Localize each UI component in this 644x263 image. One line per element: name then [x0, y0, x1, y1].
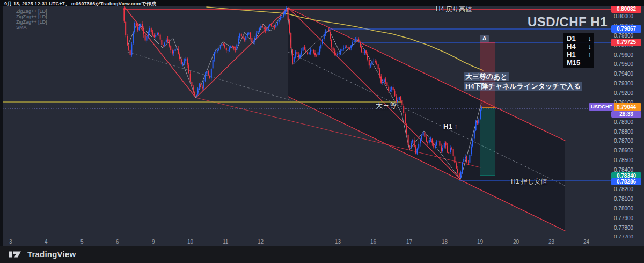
- time-tick: 23: [548, 239, 554, 245]
- candle-body: [390, 90, 391, 91]
- price-label-0-79867: 0.79867: [611, 25, 641, 33]
- time-tick: 19: [477, 239, 483, 245]
- candle-body: [181, 59, 182, 64]
- tf-label: D1: [567, 34, 576, 42]
- candle-body: [416, 149, 418, 154]
- candle-body: [376, 63, 377, 64]
- price-tick: 0.79800: [614, 33, 633, 39]
- candle-body: [266, 29, 267, 31]
- candle-body: [283, 14, 284, 17]
- legend-item[interactable]: ZigZag++ [LD]: [16, 14, 47, 19]
- candle-body: [475, 122, 477, 130]
- candle-body: [360, 42, 361, 47]
- tf-row-m15: M15: [564, 59, 594, 67]
- candle-body: [414, 140, 415, 147]
- candle-body: [429, 140, 430, 143]
- candle-body: [247, 33, 248, 36]
- time-tick: 17: [406, 239, 412, 245]
- indicator-legend[interactable]: ZigZag++ [LD]ZigZag++ [LD]ZigZag++ [LD]S…: [16, 9, 47, 30]
- candle-body: [193, 87, 194, 92]
- candle-body: [260, 26, 261, 28]
- candle-body: [393, 87, 394, 90]
- candle-body: [304, 47, 305, 49]
- candle-body: [426, 137, 427, 142]
- candle-body: [202, 87, 203, 89]
- price-tick: 0.78800: [614, 129, 633, 135]
- candle-body: [274, 27, 275, 28]
- candle-body: [459, 173, 460, 177]
- candle-body: [296, 52, 297, 54]
- candle-body: [469, 155, 470, 163]
- candle-body: [399, 97, 400, 100]
- candle-body: [241, 34, 242, 36]
- candle-body: [361, 47, 362, 52]
- candle-body: [333, 47, 334, 50]
- time-axis[interactable]: 345691011121316171819202324: [0, 238, 644, 246]
- candle-body: [403, 106, 404, 113]
- candle-body: [418, 144, 419, 149]
- up-arrow-icon: ↑: [588, 50, 592, 59]
- candle-body: [123, 8, 125, 21]
- candle-body: [277, 22, 278, 25]
- candle-body: [364, 51, 365, 53]
- candle-body: [322, 39, 323, 44]
- candle-body: [244, 39, 245, 40]
- candle-body: [363, 53, 364, 53]
- time-tick: 24: [583, 239, 589, 245]
- candle-body: [331, 40, 332, 47]
- price-label-0-79044: 0.79044: [611, 103, 641, 111]
- candle-body: [318, 52, 319, 55]
- candle-body: [136, 23, 137, 26]
- candle-body: [152, 32, 153, 35]
- time-tick: 20: [513, 239, 519, 245]
- candle-body: [224, 45, 225, 47]
- candle-body: [448, 152, 449, 153]
- candle-body: [412, 140, 413, 142]
- candle-body: [385, 79, 386, 82]
- candle-body: [155, 35, 156, 37]
- candle-body: [220, 46, 221, 48]
- candle-body: [435, 145, 436, 148]
- candle-body: [273, 26, 274, 27]
- time-tick: 16: [370, 239, 376, 245]
- legend-item[interactable]: ZigZag++ [LD]: [16, 19, 47, 25]
- candle-body: [405, 114, 406, 123]
- candle-body: [358, 39, 359, 42]
- candle-body: [471, 147, 472, 155]
- legend-item[interactable]: ZigZag++ [LD]: [16, 9, 47, 14]
- candle-body: [148, 32, 149, 36]
- candle-body: [456, 163, 457, 168]
- price-tick: 0.78100: [614, 196, 633, 202]
- candle-body: [466, 157, 467, 162]
- candle-body: [478, 119, 479, 123]
- candle-body: [239, 34, 240, 38]
- time-tick: 3: [9, 239, 12, 245]
- candle-body: [436, 142, 437, 145]
- price-axis[interactable]: 0.800000.799000.798000.797000.796000.795…: [611, 6, 644, 238]
- candle-body: [346, 47, 347, 47]
- timeframe-direction-panel: D1↓H4↓H1↑M15: [564, 33, 594, 68]
- candle-body: [235, 48, 236, 50]
- candle-body: [130, 50, 131, 55]
- candle-body: [258, 31, 259, 33]
- candle-body: [197, 88, 199, 94]
- candle-body: [382, 82, 383, 83]
- candle-body: [142, 24, 143, 29]
- candle-body: [188, 65, 189, 73]
- candle-body: [371, 61, 372, 65]
- position-marker-a[interactable]: A: [480, 35, 489, 42]
- trade-plan-note: 大三尊のあと H4下降チャネルラインタッチで入る: [464, 71, 582, 91]
- price-tick: 0.79400: [614, 71, 633, 77]
- candle-body: [474, 130, 475, 138]
- candle-body: [243, 36, 244, 39]
- time-tick: 10: [187, 239, 193, 245]
- down-arrow-icon: ↓: [588, 34, 592, 42]
- candle-body: [286, 8, 287, 11]
- candle-body: [314, 53, 316, 55]
- price-chart-canvas[interactable]: [0, 0, 644, 263]
- candle-body: [138, 27, 140, 30]
- legend-item[interactable]: SMA: [16, 25, 47, 30]
- candle-body: [279, 20, 280, 22]
- tf-label: H1: [567, 50, 576, 59]
- candle-body: [335, 53, 336, 55]
